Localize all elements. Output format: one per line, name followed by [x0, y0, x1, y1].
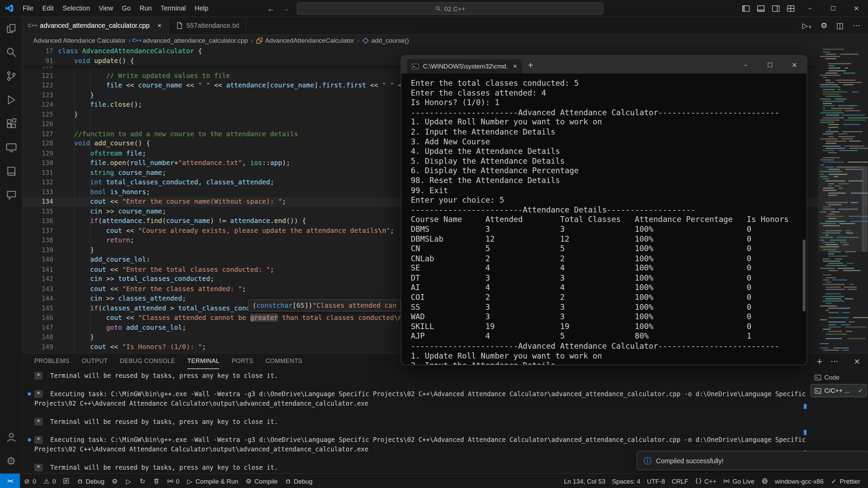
- line-number[interactable]: 126: [22, 120, 58, 129]
- editor-scrollbar[interactable]: [861, 46, 868, 353]
- cmd-titlebar[interactable]: C:\WINDOWS\system32\cmd. × + –□×: [401, 56, 807, 74]
- status-0[interactable]: ⚠0: [40, 474, 59, 488]
- panel-tab-debug-console[interactable]: DEBUG CONSOLE: [120, 353, 175, 368]
- line-number[interactable]: 139: [22, 245, 58, 255]
- line-number[interactable]: 138: [22, 236, 58, 246]
- status-debug[interactable]: Debug: [281, 474, 316, 488]
- activity-source-control[interactable]: [0, 64, 22, 88]
- line-number[interactable]: 125: [22, 110, 58, 120]
- panel-plus-button[interactable]: +: [816, 356, 823, 366]
- status-go-live[interactable]: Go Live: [720, 474, 758, 488]
- menu-edit[interactable]: Edit: [38, 0, 58, 17]
- tab-557attendance-txt[interactable]: 557attendance.txt: [169, 17, 246, 34]
- breadcrumb-item-add-course[interactable]: add_course(): [362, 37, 409, 44]
- menu-selection[interactable]: Selection: [58, 0, 94, 17]
- status-spaces-4[interactable]: Spaces: 4: [609, 474, 644, 488]
- activity-remote-explorer[interactable]: [0, 136, 22, 159]
- status-ln-134-col-53[interactable]: Ln 134, Col 53: [560, 474, 609, 488]
- menu-view[interactable]: View: [94, 0, 117, 17]
- line-number[interactable]: 141: [22, 265, 58, 274]
- line-number[interactable]: 149: [22, 342, 58, 352]
- maximize-button[interactable]: □: [822, 0, 845, 17]
- status-sync[interactable]: ↻: [136, 474, 150, 488]
- layout-panel-button[interactable]: [753, 0, 768, 17]
- remote-indicator[interactable]: ><: [0, 474, 20, 488]
- close-button[interactable]: ×: [845, 0, 868, 17]
- plus-button[interactable]: +: [528, 60, 534, 69]
- menu-run[interactable]: Run: [135, 0, 156, 17]
- line-number[interactable]: 135: [22, 207, 58, 217]
- cmd-close-button[interactable]: ×: [782, 56, 807, 74]
- cmd-tab[interactable]: C:\WINDOWS\system32\cmd. ×: [407, 59, 522, 74]
- line-number[interactable]: 136: [22, 216, 58, 226]
- cmd-scrollbar-thumb[interactable]: [803, 240, 805, 311]
- panel-ellipsis-button[interactable]: ⋯: [830, 356, 838, 366]
- status-prettier[interactable]: ✓Prettier: [827, 474, 864, 488]
- line-number[interactable]: 123: [22, 90, 58, 100]
- status-utf-8[interactable]: UTF-8: [644, 474, 668, 488]
- panel-tab-output[interactable]: OUTPUT: [82, 353, 108, 368]
- line-number[interactable]: 142: [22, 274, 58, 284]
- sticky-line-17[interactable]: 17class AdvancedAttendanceCalculator {: [22, 46, 817, 56]
- status-debug[interactable]: Debug: [73, 474, 108, 488]
- status-play[interactable]: ▷: [122, 474, 136, 488]
- panel-tab-ports[interactable]: PORTS: [232, 353, 253, 368]
- terminal-item-code[interactable]: Code: [810, 371, 867, 384]
- line-number[interactable]: 146: [22, 313, 58, 323]
- tab-close-icon[interactable]: ×: [157, 21, 161, 29]
- line-number[interactable]: 133: [22, 187, 58, 197]
- line-number[interactable]: 131: [22, 168, 58, 178]
- cmd-minimize-button[interactable]: –: [733, 56, 758, 74]
- cmd-body[interactable]: Enter the total classes conducted: 5Ente…: [401, 74, 807, 365]
- panel-close-button[interactable]: ×: [854, 356, 860, 366]
- line-number[interactable]: 128: [22, 139, 58, 149]
- line-number[interactable]: 129: [22, 148, 58, 158]
- status-gear[interactable]: ⚙: [108, 474, 122, 488]
- menu-help[interactable]: Help: [190, 0, 213, 17]
- gear-button[interactable]: ⚙: [821, 20, 828, 30]
- line-number[interactable]: 91: [22, 56, 58, 66]
- breadcrumb-item-advanced-attendance-calculator-cpp[interactable]: C++advanced_attendance_calculator.cpp: [133, 37, 248, 44]
- layout-sidebar-button[interactable]: [738, 0, 753, 17]
- panel-tab-terminal[interactable]: TERMINAL: [188, 353, 220, 369]
- terminal-item-c-c[interactable]: C/C++ ...✓: [810, 384, 867, 397]
- line-number[interactable]: 148: [22, 332, 58, 342]
- status-compile[interactable]: ⚙Compile: [242, 474, 281, 488]
- status-trash[interactable]: [149, 474, 163, 488]
- activity-search[interactable]: [0, 40, 22, 64]
- panel-tab-problems[interactable]: PROBLEMS: [34, 353, 70, 368]
- status-c[interactable]: {}C++: [692, 474, 720, 488]
- status-globe[interactable]: [758, 474, 772, 488]
- line-number[interactable]: 17: [22, 46, 58, 56]
- line-number[interactable]: 132: [22, 178, 58, 187]
- breadcrumb-item-advancedattendancecalculator[interactable]: AdvancedAttendanceCalculator: [256, 37, 354, 44]
- activity-library[interactable]: [0, 159, 22, 183]
- line-number[interactable]: 137: [22, 226, 58, 236]
- line-number[interactable]: 121: [22, 71, 58, 81]
- menu-file[interactable]: File: [18, 0, 38, 17]
- cmd-tab-close-icon[interactable]: ×: [513, 62, 517, 70]
- line-number[interactable]: 122: [22, 81, 58, 90]
- tab-advanced-attendance-calculator-cpp[interactable]: C++advanced_attendance_calculator.cpp×: [22, 17, 169, 34]
- split-button[interactable]: ◫: [836, 20, 844, 30]
- status-windows-gcc-x86[interactable]: windows-gcc-x86: [771, 474, 827, 488]
- line-number[interactable]: 145: [22, 304, 58, 313]
- panel-tab-comments[interactable]: COMMENTS: [265, 353, 302, 368]
- line-number[interactable]: 140: [22, 255, 58, 265]
- minimize-button[interactable]: –: [798, 0, 822, 17]
- forward-arrow-icon[interactable]: →: [282, 4, 290, 12]
- activity-comments[interactable]: [0, 183, 22, 207]
- menu-terminal[interactable]: Terminal: [156, 0, 190, 17]
- cmd-window[interactable]: C:\WINDOWS\system32\cmd. × + –□× Enter t…: [401, 55, 807, 365]
- more-button[interactable]: ⋯: [852, 20, 860, 30]
- line-number[interactable]: 130: [22, 158, 58, 168]
- line-number[interactable]: 127: [22, 129, 58, 139]
- notification-toast[interactable]: ⓘ Compiled successfully!: [637, 451, 868, 470]
- activity-extensions[interactable]: [0, 112, 22, 136]
- line-number[interactable]: 143: [22, 284, 58, 294]
- status-0[interactable]: 0: [163, 474, 183, 488]
- run-button[interactable]: ▷∨: [802, 22, 812, 29]
- line-number[interactable]: 144: [22, 294, 58, 304]
- scrollbar-thumb[interactable]: [862, 166, 867, 252]
- cmd-maximize-button[interactable]: □: [758, 56, 782, 74]
